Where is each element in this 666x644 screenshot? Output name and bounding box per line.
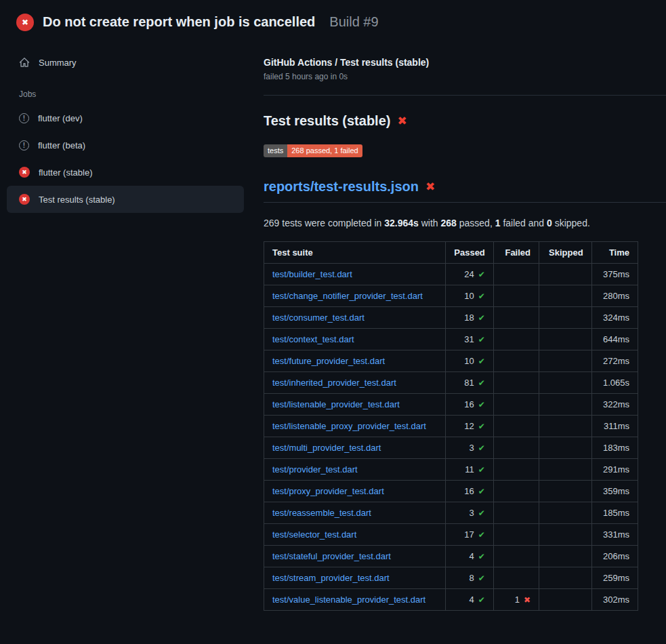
table-header-row: Test suite Passed Failed Skipped Time (264, 242, 638, 264)
table-row: test/stateful_provider_test.dart 4✔ 206m… (264, 546, 638, 567)
sidebar-item-label: flutter (dev) (38, 113, 83, 123)
skipped-count (539, 394, 592, 416)
check-icon: ✔ (478, 465, 485, 475)
home-icon (19, 57, 30, 68)
check-icon: ✔ (478, 530, 485, 540)
sidebar-item-label: Test results (stable) (39, 195, 115, 205)
check-icon: ✔ (478, 270, 485, 279)
status-failed-icon: ✖ (19, 167, 30, 178)
tests-badge: tests 268 passed, 1 failed (264, 144, 362, 157)
table-row: test/listenable_provider_test.dart 16✔ 3… (264, 394, 638, 416)
time-value: 1.065s (591, 372, 638, 394)
passed-count: 11 (465, 464, 474, 475)
test-suite-link[interactable]: test/stream_provider_test.dart (272, 573, 390, 583)
sidebar-item-summary[interactable]: Summary (7, 49, 244, 76)
badge-label: tests (264, 144, 287, 157)
section-title-text: Test results (stable) (264, 113, 390, 129)
failed-count: 1 (515, 595, 520, 605)
check-icon: ✔ (478, 552, 485, 561)
report-heading: reports/test-results.json ✖ (264, 179, 666, 203)
table-row: test/consumer_test.dart 18✔ 324ms (264, 307, 638, 329)
status-neutral-icon: ! (19, 140, 29, 150)
section-title: Test results (stable) ✖ (264, 113, 666, 129)
test-suite-link[interactable]: test/value_listenable_provider_test.dart (272, 595, 425, 605)
passed-count: 16 (464, 399, 474, 409)
check-icon: ✔ (478, 400, 485, 409)
time-value: 302ms (591, 589, 638, 611)
main-panel: GitHub Actions / Test results (stable) f… (244, 38, 666, 611)
check-icon: ✔ (478, 443, 485, 453)
test-suite-link[interactable]: test/stateful_provider_test.dart (272, 551, 391, 561)
col-time: Time (591, 242, 638, 264)
test-suite-link[interactable]: test/selector_test.dart (272, 529, 356, 540)
table-row: test/provider_test.dart 11✔ 291ms (264, 459, 638, 481)
test-suite-link[interactable]: test/change_notifier_provider_test.dart (272, 291, 423, 301)
test-suite-link[interactable]: test/listenable_provider_test.dart (272, 399, 400, 409)
test-suite-link[interactable]: test/provider_test.dart (272, 464, 358, 475)
passed-count: 10 (464, 356, 474, 366)
test-suite-link[interactable]: test/consumer_test.dart (272, 313, 365, 323)
table-row: test/listenable_proxy_provider_test.dart… (264, 416, 638, 437)
skipped-total: 0 (547, 218, 552, 228)
skipped-count (539, 437, 592, 459)
test-suite-link[interactable]: test/builder_test.dart (272, 269, 352, 279)
table-row: test/context_test.dart 31✔ 644ms (264, 329, 638, 350)
test-suite-link[interactable]: test/listenable_proxy_provider_test.dart (272, 421, 426, 431)
table-row: test/builder_test.dart 24✔ 375ms (264, 264, 638, 285)
skipped-count (539, 502, 592, 524)
duration-value: 32.964s (384, 218, 419, 228)
check-icon: ✔ (478, 595, 485, 605)
jobs-heading: Jobs (7, 76, 244, 104)
passed-count: 81 (464, 378, 474, 388)
check-icon: ✔ (478, 487, 485, 496)
report-link[interactable]: reports/test-results.json (264, 179, 419, 195)
skipped-count (539, 372, 592, 394)
skipped-count (539, 524, 592, 546)
passed-count: 31 (464, 334, 474, 344)
table-row: test/stream_provider_test.dart 8✔ 259ms (264, 567, 638, 589)
test-suite-link[interactable]: test/inherited_provider_test.dart (272, 378, 396, 388)
check-icon: ✔ (478, 422, 485, 431)
test-suite-link[interactable]: test/context_test.dart (272, 334, 354, 344)
table-row: test/multi_provider_test.dart 3✔ 183ms (264, 437, 638, 459)
passed-count: 12 (464, 421, 474, 431)
table-row: test/value_listenable_provider_test.dart… (264, 589, 638, 611)
sidebar-item-label: flutter (beta) (38, 140, 85, 150)
skipped-count (539, 481, 592, 502)
status-failed-icon: ✖ (19, 194, 30, 205)
test-suite-link[interactable]: test/future_provider_test.dart (272, 356, 385, 366)
table-row: test/selector_test.dart 17✔ 331ms (264, 524, 638, 546)
test-suite-link[interactable]: test/proxy_provider_test.dart (272, 486, 384, 496)
failed-total: 1 (495, 218, 501, 228)
sidebar-item-flutter-beta[interactable]: ! flutter (beta) (7, 132, 244, 159)
run-header: ✖ Do not create report when job is cance… (0, 0, 666, 38)
run-meta: failed 5 hours ago in 0s (264, 72, 666, 81)
x-circle-fill-icon: ✖ (16, 14, 34, 31)
skipped-count (539, 589, 592, 611)
sidebar-item-label: flutter (stable) (39, 167, 92, 178)
passed-count: 4 (470, 595, 474, 605)
passed-count: 18 (464, 313, 474, 323)
skipped-count (539, 329, 592, 350)
passed-count: 16 (464, 486, 474, 496)
cross-mark-icon: ✖ (425, 181, 435, 193)
col-test-suite: Test suite (264, 242, 446, 264)
time-value: 206ms (591, 546, 638, 567)
check-icon: ✔ (478, 335, 485, 344)
col-failed: Failed (493, 242, 539, 264)
time-value: 291ms (591, 459, 638, 481)
time-value: 324ms (591, 307, 638, 329)
cross-mark-icon: ✖ (397, 115, 407, 127)
table-row: test/reassemble_test.dart 3✔ 185ms (264, 502, 638, 524)
sidebar-item-flutter-dev[interactable]: ! flutter (dev) (7, 104, 244, 132)
time-value: 644ms (591, 329, 638, 350)
sidebar-item-test-results-stable[interactable]: ✖ Test results (stable) (7, 186, 244, 213)
passed-count: 10 (464, 291, 474, 301)
test-suite-link[interactable]: test/multi_provider_test.dart (272, 443, 381, 453)
sidebar: Summary Jobs ! flutter (dev) ! flutter (… (0, 38, 244, 213)
time-value: 259ms (591, 567, 638, 589)
test-suite-link[interactable]: test/reassemble_test.dart (272, 508, 371, 518)
passed-count: 8 (470, 573, 474, 583)
time-value: 359ms (591, 481, 638, 502)
sidebar-item-flutter-stable[interactable]: ✖ flutter (stable) (7, 159, 244, 186)
